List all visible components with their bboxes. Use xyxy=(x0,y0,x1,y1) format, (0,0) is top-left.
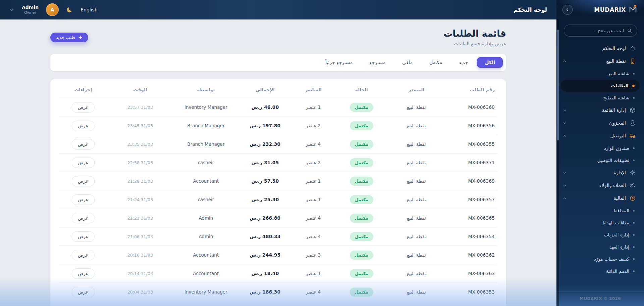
order-total-cell: 18.40 ر.س xyxy=(239,264,291,283)
order-time-cell: 22:58 31/03 xyxy=(107,154,173,172)
view-order-button[interactable]: عرض xyxy=(72,102,95,113)
table-header-row: رقم الطلبالمصدرالحالةالعناصرالإجماليبواس… xyxy=(59,80,497,98)
sidebar-subitem[interactable]: صندوق الوارد xyxy=(560,142,640,154)
table-row: MX-006360 نقطة البيع مكتمل 1 عنصر 46.00 … xyxy=(59,98,497,117)
order-items-cell: 1 عنصر xyxy=(291,190,335,209)
order-status-cell: مكتمل xyxy=(335,209,388,227)
column-header: الحالة xyxy=(335,80,388,98)
order-by-cell: Admin xyxy=(173,209,239,227)
sidebar-subitem[interactable]: شاشة البيع xyxy=(560,68,640,80)
view-order-button[interactable]: عرض xyxy=(72,213,95,223)
order-actions-cell: عرض xyxy=(59,283,107,301)
order-source-cell: نقطة البيع xyxy=(388,246,445,264)
view-order-button[interactable]: عرض xyxy=(72,268,95,279)
sidebar-item[interactable]: العملاء والولاء xyxy=(560,179,640,192)
order-items-cell: 2 عنصر xyxy=(291,154,335,172)
order-items-cell: 4 عنصر xyxy=(291,283,335,301)
cube-icon xyxy=(629,107,636,113)
view-order-button[interactable]: عرض xyxy=(72,194,95,205)
bullet-dot-icon xyxy=(633,73,635,75)
filter-tab-active[interactable]: الكل xyxy=(477,57,503,68)
truck-icon xyxy=(629,133,636,139)
sidebar-subitem[interactable]: تطبيقات التوصيل xyxy=(560,154,640,166)
new-order-button[interactable]: + طلب جديد xyxy=(50,33,88,42)
search-icon xyxy=(627,28,632,33)
order-actions-cell: عرض xyxy=(59,117,107,135)
order-items-cell: 1 عنصر xyxy=(291,264,335,283)
sidebar-subitem[interactable]: المحافظ xyxy=(560,205,640,217)
sidebar-item[interactable]: التوصيل xyxy=(560,129,640,142)
topbar-user-area: English A Admin Owner xyxy=(9,3,98,16)
sidebar-subitem[interactable]: كشف حساب مورّد xyxy=(560,253,640,265)
sidebar-collapse-button[interactable] xyxy=(562,5,573,15)
chevron-down-icon[interactable] xyxy=(9,7,14,12)
view-order-button[interactable]: عرض xyxy=(72,287,95,297)
sidebar-subitem[interactable]: إدارة العهد xyxy=(560,241,640,253)
order-source-cell: نقطة البيع xyxy=(388,98,445,117)
table-row: MX-006354 نقطة البيع مكتمل 4 عنصر 480.33… xyxy=(59,227,497,246)
filter-tab[interactable]: ملغي xyxy=(394,57,420,68)
user-name: Admin xyxy=(22,4,39,10)
sidebar-subitem[interactable]: بطاقات الهدايا xyxy=(560,217,640,229)
order-total-cell: 244.95 ر.س xyxy=(239,246,291,264)
order-actions-cell: عرض xyxy=(59,172,107,190)
bullet-dot-icon xyxy=(633,147,635,149)
order-id-cell: MX-006356 xyxy=(445,117,497,135)
order-status-cell: مكتمل xyxy=(335,264,388,283)
dollar-icon: $ xyxy=(629,195,636,201)
view-order-button[interactable]: عرض xyxy=(72,158,95,168)
table-row: MX-006363 نقطة البيع مكتمل 1 عنصر 18.40 … xyxy=(59,264,497,283)
view-order-button[interactable]: عرض xyxy=(72,250,95,260)
dark-mode-moon-icon[interactable] xyxy=(66,6,73,13)
status-badge: مكتمل xyxy=(350,177,373,186)
order-id-cell: MX-006365 xyxy=(445,209,497,227)
filter-tab[interactable]: جديد xyxy=(451,57,476,68)
filter-tab[interactable]: مسترجع جزئياً xyxy=(318,57,360,68)
sidebar-item[interactable]: إدارة القائمة xyxy=(560,104,640,117)
order-time-cell: 20:16 31/03 xyxy=(107,246,173,264)
column-header: رقم الطلب xyxy=(445,80,497,98)
language-selector[interactable]: English xyxy=(80,7,98,12)
view-order-button[interactable]: عرض xyxy=(72,176,95,186)
sidebar-item[interactable]: لوحة التحكم xyxy=(560,42,640,55)
orders-table: رقم الطلبالمصدرالحالةالعناصرالإجماليبواس… xyxy=(59,80,497,301)
filter-tab[interactable]: مسترجع xyxy=(362,57,393,68)
sidebar-subitem[interactable]: شاشة المطبخ xyxy=(560,92,640,104)
status-badge: مكتمل xyxy=(350,140,373,149)
order-status-cell: مكتمل xyxy=(335,154,388,172)
order-id-cell: MX-006360 xyxy=(445,98,497,117)
sidebar-header: MUDARIX xyxy=(556,0,644,19)
order-source-cell: نقطة البيع xyxy=(388,135,445,154)
sidebar-scrollbar[interactable] xyxy=(556,19,559,306)
sidebar-subitem[interactable]: إدارة الخزنات xyxy=(560,229,640,241)
status-badge: مكتمل xyxy=(350,214,373,223)
order-source-cell: نقطة البيع xyxy=(388,227,445,246)
topbar: لوحة التحكم English A Admin Owner xyxy=(0,0,556,19)
view-order-button[interactable]: عرض xyxy=(72,231,95,242)
sidebar-item[interactable]: $المالية xyxy=(560,192,640,205)
order-actions-cell: عرض xyxy=(59,98,107,117)
sidebar-subitem[interactable]: الطلبات xyxy=(560,80,640,92)
pos-icon xyxy=(629,58,636,64)
order-total-cell: 232.30 ر.س xyxy=(239,135,291,154)
avatar[interactable]: A xyxy=(46,3,59,16)
scrollbar-thumb[interactable] xyxy=(557,30,559,140)
order-by-cell: Accountant xyxy=(173,246,239,264)
user-menu[interactable]: Admin Owner xyxy=(22,4,39,15)
table-row: MX-006353 نقطة البيع مكتمل 4 عنصر 186.30… xyxy=(59,283,497,301)
order-id-cell: MX-006353 xyxy=(445,283,497,301)
sidebar-subitem[interactable]: الذمم الدائنة xyxy=(560,265,640,277)
view-order-button[interactable]: عرض xyxy=(72,121,95,131)
order-total-cell: 46.00 ر.س xyxy=(239,98,291,117)
sidebar-item[interactable]: المخزون xyxy=(560,117,640,129)
product-search-input[interactable] xyxy=(569,28,624,33)
sidebar-item[interactable]: نقطة البيع xyxy=(560,55,640,68)
bullet-dot-icon xyxy=(633,234,635,236)
chevron-down-icon xyxy=(562,108,567,113)
order-actions-cell: عرض xyxy=(59,209,107,227)
sidebar-item[interactable]: الإدارة xyxy=(560,166,640,179)
filter-tab[interactable]: مكتمل xyxy=(422,57,450,68)
order-by-cell: Branch Manager xyxy=(173,117,239,135)
order-total-cell: 197.80 ر.س xyxy=(239,117,291,135)
view-order-button[interactable]: عرض xyxy=(72,139,95,149)
